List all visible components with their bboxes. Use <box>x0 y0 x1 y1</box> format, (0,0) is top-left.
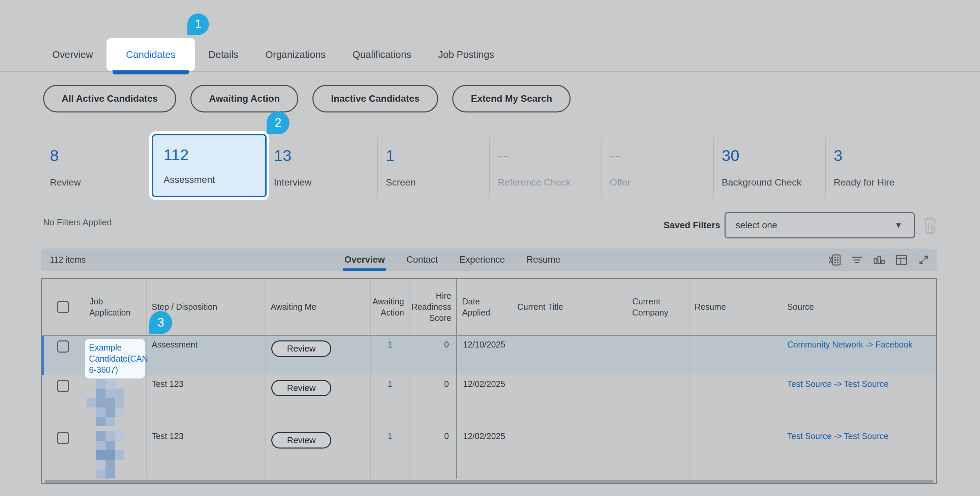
stage-review[interactable]: 8 Review <box>41 131 153 210</box>
current-company-cell <box>627 427 689 479</box>
review-button[interactable]: Review <box>271 380 331 396</box>
awaiting-action-cell: 1 <box>371 336 409 379</box>
awaiting-me-cell: Review <box>266 375 371 427</box>
col-awaiting-me: Awaiting Me <box>266 279 371 335</box>
source-link[interactable]: Community Network -> Facebook <box>787 340 913 349</box>
view-tab-contact[interactable]: Contact <box>406 249 438 271</box>
stage-count: 1 <box>386 147 489 164</box>
table-row: Example Candidate(CAN 6-3607) Assessment… <box>42 336 936 375</box>
source-link[interactable]: Test Source -> Test Source <box>787 379 888 388</box>
source-link[interactable]: Test Source -> Test Source <box>787 431 888 441</box>
job-application-cell <box>84 375 146 427</box>
toolbar-icons <box>828 249 930 271</box>
filter-icon[interactable] <box>851 254 864 266</box>
horizontal-scrollbar[interactable] <box>45 480 934 483</box>
awaiting-action-link[interactable]: 1 <box>388 431 392 479</box>
row-select-cell <box>42 427 84 479</box>
step-disposition-cell: Test 123 <box>146 427 266 479</box>
source-cell: Test Source -> Test Source <box>782 375 936 427</box>
stage-assessment[interactable]: 112 Assessment <box>153 131 265 210</box>
col-current-company: Current Company <box>627 279 689 335</box>
pill-inactive-candidates[interactable]: Inactive Candidates <box>312 85 438 113</box>
current-company-cell <box>627 375 689 427</box>
stage-ready-for-hire[interactable]: 3 Ready for Hire <box>825 131 937 210</box>
date-applied-cell: 12/02/2025 <box>457 427 512 479</box>
stage-count: 3 <box>834 147 937 164</box>
quick-filter-pills: All Active Candidates Awaiting Action In… <box>43 85 571 113</box>
current-title-cell <box>512 336 627 379</box>
step-disposition-cell: Assessment <box>146 336 266 379</box>
candidates-table: Job Application Step / Disposition Await… <box>41 278 937 484</box>
awaiting-me-cell: Review <box>266 427 371 479</box>
tab-candidates[interactable]: Candidates <box>107 38 195 71</box>
stage-label: Background Check <box>722 177 825 188</box>
view-tab-overview[interactable]: Overview <box>344 249 385 271</box>
stage-count: 30 <box>722 147 825 164</box>
row-checkbox[interactable] <box>57 341 69 353</box>
export-to-excel-icon[interactable] <box>828 254 841 266</box>
pill-awaiting-action[interactable]: Awaiting Action <box>190 85 298 113</box>
tab-organizations[interactable]: Organizations <box>252 38 339 71</box>
awaiting-action-link[interactable]: 1 <box>388 379 392 427</box>
saved-filters-label: Saved Filters <box>663 220 720 231</box>
stage-label: Assessment <box>164 174 265 185</box>
filter-status-text: No Filters Applied <box>43 217 112 228</box>
callout-badge-2: 2 <box>267 111 290 134</box>
col-hire-readiness-score: Hire Readiness Score <box>409 279 457 335</box>
callout-badge-3: 3 <box>149 311 172 334</box>
chart-icon[interactable] <box>873 254 886 266</box>
stage-count: 13 <box>274 147 377 164</box>
tab-details[interactable]: Details <box>195 38 252 71</box>
source-cell: Test Source -> Test Source <box>782 427 936 479</box>
view-tab-experience[interactable]: Experience <box>459 249 505 271</box>
saved-filters-dropdown[interactable]: select one ▼ <box>725 212 915 238</box>
col-resume: Resume <box>689 279 782 335</box>
current-title-cell <box>512 427 627 479</box>
trash-icon <box>923 216 937 235</box>
delete-saved-filter-button[interactable] <box>923 216 937 235</box>
manage-columns-icon[interactable] <box>895 254 908 266</box>
grid-view-tabs: Overview Contact Experience Resume <box>344 249 560 271</box>
pill-all-active-candidates[interactable]: All Active Candidates <box>43 85 176 113</box>
date-applied-cell: 12/02/2025 <box>457 375 512 427</box>
stage-assessment-highlight[interactable]: 112 Assessment <box>152 134 267 197</box>
table-row: Test 123 Review 1 0 12/02/2025 Test Sour… <box>42 375 936 427</box>
stage-reference-check: -- Reference Check <box>489 131 601 210</box>
select-all-cell <box>42 279 84 335</box>
date-applied-cell: 12/10/2025 <box>457 336 512 379</box>
redacted-candidate-name <box>87 379 141 426</box>
stage-label: Ready for Hire <box>834 177 937 188</box>
expand-icon[interactable] <box>917 254 930 266</box>
resume-cell <box>689 427 782 479</box>
stage-label: Screen <box>386 177 489 188</box>
pipeline-stages: 8 Review 112 Assessment 13 Interview 1 S… <box>41 131 937 210</box>
stage-count: -- <box>498 147 601 164</box>
row-checkbox[interactable] <box>57 380 69 392</box>
view-tab-resume[interactable]: Resume <box>527 249 560 271</box>
row-select-cell <box>42 375 84 427</box>
row-checkbox[interactable] <box>57 432 69 444</box>
pill-extend-my-search[interactable]: Extend My Search <box>452 85 571 113</box>
stage-interview[interactable]: 13 Interview <box>265 131 377 210</box>
tab-overview[interactable]: Overview <box>41 38 107 71</box>
hire-readiness-cell: 0 <box>409 336 457 379</box>
stage-label: Offer <box>609 177 713 188</box>
stage-screen[interactable]: 1 Screen <box>377 131 489 210</box>
col-date-applied: Date Applied <box>457 279 512 335</box>
stage-label: Reference Check <box>498 177 601 188</box>
candidate-link[interactable]: Example Candidate(CAN 6-3607) <box>85 339 145 379</box>
select-all-checkbox[interactable] <box>57 301 69 313</box>
tab-job-postings[interactable]: Job Postings <box>425 38 508 71</box>
review-button[interactable]: Review <box>271 432 331 448</box>
col-current-title: Current Title <box>512 279 627 335</box>
current-title-cell <box>512 375 627 427</box>
tab-qualifications[interactable]: Qualifications <box>339 38 425 71</box>
stage-count: -- <box>609 147 713 164</box>
stage-background-check[interactable]: 30 Background Check <box>713 131 825 210</box>
awaiting-action-cell: 1 <box>371 375 409 427</box>
redacted-candidate-name <box>87 431 141 479</box>
callout-badge-1: 1 <box>188 13 209 35</box>
awaiting-action-link[interactable]: 1 <box>388 340 392 379</box>
review-button[interactable]: Review <box>271 341 331 357</box>
row-select-cell <box>42 336 84 379</box>
